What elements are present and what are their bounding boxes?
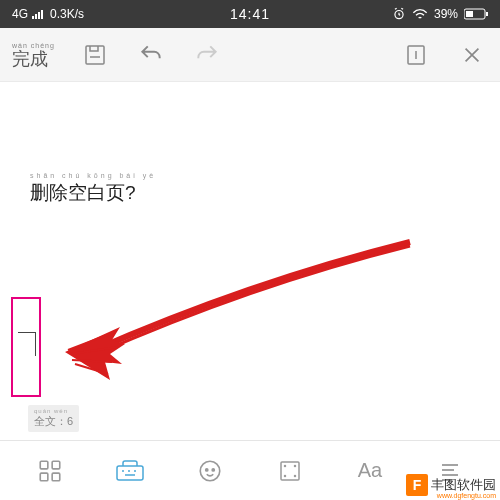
done-label: 完成 [12,49,48,69]
word-count-pinyin: quán wén [34,408,73,414]
redo-button[interactable] [191,39,223,71]
status-time: 14:41 [230,6,270,22]
keyboard-icon [115,458,145,484]
document-content[interactable]: shān chú kōng bái yè 删除空白页? quán wén 全文：… [0,82,500,440]
watermark-url: www.dgfengtu.com [437,492,496,499]
wifi-icon [412,8,428,20]
save-icon [83,43,107,67]
status-right: 39% [392,7,488,21]
redo-icon [194,42,220,68]
battery-percent: 39% [434,7,458,21]
done-button[interactable]: wán chéng 完成 [12,42,55,68]
svg-rect-2 [38,12,40,19]
svg-point-21 [295,465,296,466]
voice-button[interactable] [191,452,229,490]
svg-rect-8 [86,46,104,64]
alarm-icon [392,7,406,21]
network-speed: 0.3K/s [50,7,84,21]
svg-rect-14 [52,473,60,481]
svg-rect-13 [40,473,48,481]
svg-rect-12 [52,461,60,469]
bottom-toolbar: Aa F 丰图软件园 www.dgfengtu.com [0,440,500,500]
layout-icon [278,459,302,483]
status-bar: 4G 0.3K/s 14:41 39% [0,0,500,28]
undo-button[interactable] [135,39,167,71]
save-button[interactable] [79,39,111,71]
watermark: F 丰图软件园 www.dgfengtu.com [402,470,500,500]
page-button[interactable] [400,39,432,71]
annotation-arrow [50,232,430,402]
svg-point-16 [200,461,220,481]
svg-point-22 [285,475,286,476]
close-button[interactable] [456,39,488,71]
svg-rect-15 [117,466,143,480]
text-pinyin: shān chú kōng bái yè [30,172,470,179]
svg-point-18 [212,468,214,470]
svg-rect-6 [466,11,473,17]
close-icon [461,44,483,66]
word-count-label: 全文：6 [34,415,73,427]
svg-point-17 [206,468,208,470]
signal-icon [32,9,46,19]
status-left: 4G 0.3K/s [12,7,84,21]
network-type: 4G [12,7,28,21]
keyboard-button[interactable] [111,452,149,490]
svg-rect-11 [40,461,48,469]
word-count-badge[interactable]: quán wén 全文：6 [28,405,79,432]
font-icon: Aa [358,459,382,482]
text-content: 删除空白页? [30,180,470,206]
svg-rect-1 [35,14,37,19]
svg-rect-7 [486,12,488,16]
editor-toolbar: wán chéng 完成 [0,28,500,82]
done-pinyin: wán chéng [12,42,55,49]
svg-rect-3 [41,10,43,19]
watermark-logo: F [406,474,428,496]
text-cursor [18,332,36,356]
page-icon [404,43,428,67]
voice-icon [197,458,223,484]
svg-point-20 [285,465,286,466]
undo-icon [138,42,164,68]
battery-icon [464,8,488,20]
svg-rect-0 [32,16,34,19]
text-line: shān chú kōng bái yè 删除空白页? [30,172,470,206]
apps-button[interactable] [31,452,69,490]
svg-rect-19 [281,462,299,480]
layout-button[interactable] [271,452,309,490]
font-button[interactable]: Aa [351,452,389,490]
svg-point-23 [295,475,296,476]
apps-icon [37,458,63,484]
